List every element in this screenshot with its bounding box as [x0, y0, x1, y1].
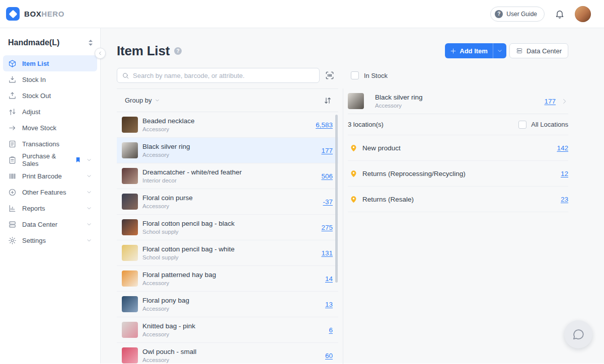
sidebar-item-adjust[interactable]: Adjust	[3, 104, 97, 120]
item-row[interactable]: Floral pony bag Accessory 13	[117, 292, 338, 317]
item-category: Accessory	[142, 126, 195, 132]
item-thumbnail	[122, 142, 138, 158]
workspace-switcher[interactable]: Handmade(L)	[0, 28, 100, 47]
item-quantity-link[interactable]: 14	[321, 275, 333, 283]
item-row[interactable]: Floral cotton pencil bag - black School …	[117, 215, 338, 240]
print-barcode-icon	[8, 172, 17, 180]
boxhero-logo[interactable]: BOXHERO	[6, 7, 64, 21]
location-quantity-link[interactable]: 12	[557, 170, 568, 177]
sidebar-item-transactions[interactable]: Transactions	[3, 136, 97, 152]
sidebar-item-label: Transactions	[22, 140, 59, 148]
item-thumbnail	[348, 93, 364, 109]
chevron-down-icon	[86, 205, 92, 211]
item-row[interactable]: Floral patterned hay bag Accessory 14	[117, 266, 338, 292]
item-quantity-link[interactable]: 506	[317, 172, 333, 180]
location-quantity-link[interactable]: 23	[557, 196, 568, 203]
sidebar-item-label: Purchase & Sales	[22, 152, 67, 167]
item-row[interactable]: Beaded necklace Accessory 6,583	[117, 112, 338, 138]
data-center-label: Data Center	[526, 47, 562, 55]
item-quantity-link[interactable]: 177	[317, 147, 333, 154]
sidebar-item-item-list[interactable]: Item List	[3, 55, 97, 71]
location-quantity-link[interactable]: 142	[553, 144, 568, 152]
item-quantity-link[interactable]: 131	[317, 249, 333, 257]
group-by-dropdown[interactable]: Group by	[125, 97, 160, 104]
avatar[interactable]	[575, 6, 591, 22]
item-thumbnail	[122, 168, 138, 184]
item-quantity-link[interactable]: -37	[319, 198, 333, 206]
sidebar-collapse-button[interactable]	[95, 48, 106, 59]
item-quantity-link[interactable]: 13	[321, 301, 333, 308]
sort-icon[interactable]	[323, 96, 332, 105]
help-icon[interactable]: ?	[174, 47, 182, 55]
user-guide-button[interactable]: ? User Guide	[490, 7, 545, 22]
item-thumbnail	[122, 347, 138, 363]
sidebar-item-stock-in[interactable]: Stock In	[3, 71, 97, 87]
sidebar-item-stock-out[interactable]: Stock Out	[3, 87, 97, 104]
item-category: Accessory	[142, 280, 216, 286]
location-pin-icon	[349, 195, 358, 204]
location-row[interactable]: Returns (Reprocessing/Recycling) 12	[348, 161, 568, 187]
item-category: Accessory	[142, 357, 196, 363]
item-quantity-link[interactable]: 60	[321, 352, 333, 359]
sidebar-item-data-center[interactable]: Data Center	[3, 216, 97, 232]
data-center-button[interactable]: Data Center	[509, 43, 568, 58]
panel-divider	[343, 88, 343, 364]
item-row[interactable]: Owl pouch - small Accessory 60	[117, 343, 338, 364]
sidebar-item-reports[interactable]: Reports	[3, 200, 97, 216]
selected-item-quantity-link[interactable]: 177	[540, 98, 556, 105]
all-locations-checkbox[interactable]	[518, 121, 526, 129]
item-row[interactable]: Floral coin purse Accessory -37	[117, 189, 338, 215]
all-locations-filter[interactable]: All Locations	[518, 121, 568, 129]
item-row[interactable]: Dreamcatcher - white/red feather Interio…	[117, 163, 338, 189]
item-category: Interior decor	[142, 177, 242, 184]
add-item-dropdown-button[interactable]	[493, 48, 506, 54]
item-name: Black silver ring	[142, 143, 190, 150]
item-thumbnail	[122, 194, 138, 210]
sidebar-item-purchase-sales[interactable]: Purchase & Sales	[3, 152, 97, 168]
location-row[interactable]: Returns (Resale) 23	[348, 187, 568, 212]
in-stock-checkbox[interactable]	[351, 71, 359, 79]
settings-icon	[8, 236, 17, 245]
add-item-button[interactable]: Add Item	[445, 43, 506, 58]
item-category: Accessory	[142, 152, 190, 158]
item-quantity-link[interactable]: 6,583	[312, 121, 333, 129]
in-stock-filter[interactable]: In Stock	[351, 71, 388, 79]
sidebar-item-label: Item List	[22, 60, 49, 67]
chevron-down-icon	[86, 157, 92, 163]
question-icon: ?	[495, 10, 503, 18]
sidebar-item-print-barcode[interactable]: Print Barcode	[3, 168, 97, 184]
item-thumbnail	[122, 322, 138, 338]
item-quantity-link[interactable]: 275	[317, 224, 333, 231]
location-row[interactable]: New product 142	[348, 135, 568, 161]
transactions-icon	[8, 140, 17, 148]
stock-in-icon	[8, 75, 17, 84]
barcode-scan-icon[interactable]	[323, 69, 336, 82]
item-list-rows: Beaded necklace Accessory 6,583 Black si…	[117, 112, 338, 364]
data-center-icon	[8, 220, 17, 229]
item-row[interactable]: Black silver ring Accessory 177	[117, 138, 338, 163]
item-quantity-link[interactable]: 6	[325, 326, 333, 334]
adjust-icon	[8, 108, 17, 116]
item-name: Floral cotton pencil bag - white	[142, 245, 235, 253]
boxhero-logo-icon	[6, 7, 20, 21]
item-thumbnail	[122, 270, 138, 287]
sidebar: Handmade(L) Item List Stock In Stock Out	[0, 28, 101, 363]
reports-icon	[8, 204, 17, 213]
sidebar-item-other-features[interactable]: Other Features	[3, 184, 97, 200]
location-rows: New product 142 Returns (Reprocessing/Re…	[348, 135, 568, 212]
page-title: Item List	[117, 43, 170, 59]
item-row[interactable]: Knitted bag - pink Accessory 6	[117, 317, 338, 343]
main-content: Item List ? Add Item Data Center	[101, 28, 604, 363]
search-input[interactable]	[133, 72, 315, 79]
sidebar-item-settings[interactable]: Settings	[3, 232, 97, 248]
chevron-right-icon	[561, 98, 568, 105]
topbar: BOXHERO ? User Guide	[0, 0, 604, 28]
selected-item-header[interactable]: Black silver ring Accessory 177	[348, 88, 568, 114]
group-by-label: Group by	[125, 97, 152, 104]
sidebar-item-label: Other Features	[22, 189, 66, 196]
item-row[interactable]: Floral cotton pencil bag - white School …	[117, 240, 338, 266]
chat-launcher-button[interactable]	[564, 320, 592, 348]
scrollbar[interactable]	[335, 115, 338, 283]
notifications-bell-icon[interactable]	[555, 9, 565, 19]
sidebar-item-move-stock[interactable]: Move Stock	[3, 120, 97, 136]
